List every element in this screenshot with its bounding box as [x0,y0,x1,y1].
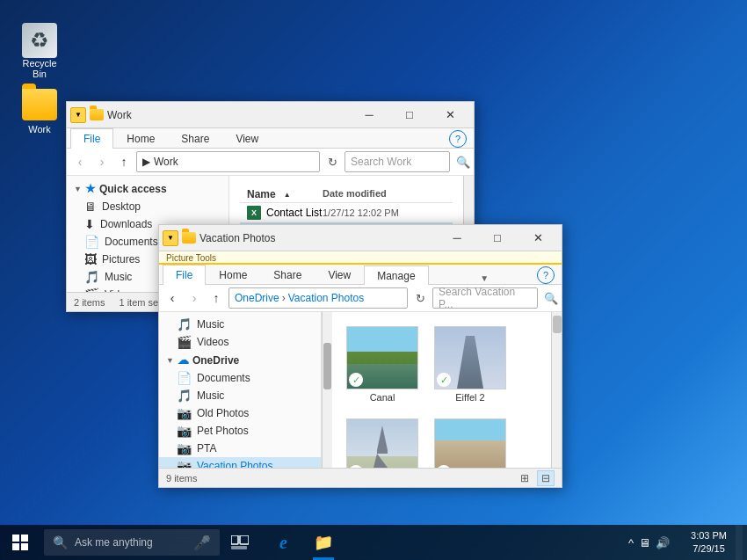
vacation-file-lozere[interactable]: ✓ Lozere [431,415,510,468]
vacation-tab-share[interactable]: Share [260,265,315,284]
work-sidebar-pictures-label: Pictures [102,253,140,265]
work-col-date[interactable]: Date modified [323,188,446,200]
work-address-bar[interactable]: ▶ Work [136,151,320,172]
taskbar-file-explorer[interactable]: 📁 [303,525,343,560]
work-address-crumb: Work [154,156,178,168]
vacation-sidebar-scrollbar[interactable] [322,312,332,468]
svg-rect-14 [231,546,247,549]
vacation-back-btn[interactable]: ‹ [163,288,182,308]
work-tab-home[interactable]: Home [113,128,168,148]
work-search-icon[interactable]: 🔍 [456,156,470,169]
vacation-qa-btn-1[interactable]: ▼ [163,230,178,246]
work-window-controls: ─ □ ✕ [349,102,470,128]
show-hidden-icon[interactable]: ^ [628,536,634,549]
music-icon: 🎵 [84,270,99,284]
vacation-view-list-btn[interactable]: ⊞ [516,470,533,486]
vacation-file-eiffel-tower[interactable]: ✓ Eiffel Tower [343,415,422,468]
vacation-sidebar-scroll-thumb [323,343,331,389]
work-quick-access: ▼ [70,107,86,123]
vacation-maximize-btn[interactable]: □ [477,225,518,251]
vacation-sidebar-music[interactable]: 🎵 Music [159,316,321,333]
vacation-tab-home[interactable]: Home [206,265,260,284]
file-explorer-icon: 📁 [314,533,333,552]
vacation-minimize-btn[interactable]: ─ [437,225,477,251]
music-icon-vac: 🎵 [177,317,192,331]
vacation-sidebar-pta[interactable]: 📷 PTA [159,440,321,457]
vacation-content-scrollbar[interactable] [551,312,562,468]
vacation-sidebar-documents[interactable]: 📄 Documents [159,369,321,387]
volume-icon[interactable]: 🔊 [656,536,670,549]
vacation-sidebar-videos[interactable]: 🎬 Videos [159,333,321,351]
work-forward-btn[interactable]: › [92,152,112,171]
work-tab-share[interactable]: Share [168,128,222,148]
work-qa-btn-1[interactable]: ▼ [70,107,86,123]
work-minimize-btn[interactable]: ─ [349,102,389,128]
work-sidebar-quickaccess-label: Quick access [99,183,167,195]
vacation-refresh-btn[interactable]: ↻ [410,288,430,308]
work-up-btn[interactable]: ↑ [114,152,134,171]
vacation-sidebar-onedrive-header[interactable]: ▼ ☁ OneDrive [159,351,321,369]
work-contact-list-date: 1/27/12 12:02 PM [323,207,446,218]
work-close-btn[interactable]: ✕ [430,102,470,128]
work-folder-icon[interactable]: Work [9,84,70,140]
vacation-sidebar-cloud-icon: ☁ [178,353,189,367]
vacation-sidebar-vacation-photos[interactable]: 📷 Vacation Photos [159,457,321,468]
work-file-list-header: Name ▲ Date modified [240,186,453,203]
vacation-file-content: ✓ Canal ✓ Eiffel 2 [332,312,551,468]
vacation-file-canal[interactable]: ✓ Canal [343,323,422,406]
vacation-close-btn[interactable]: ✕ [518,225,558,251]
vacation-search-text: Search Vacation P... [439,286,532,310]
vacation-forward-btn[interactable]: › [185,288,204,308]
vacation-sidebar-music-label: Music [197,318,224,331]
lozere-bg-image [435,419,505,468]
work-folder-image [22,89,57,120]
vacation-ribbon-arrow: ▼ [476,272,489,284]
start-button[interactable] [0,525,40,560]
vacation-ribbon-help[interactable]: ? [537,266,555,284]
vacation-sidebar-vacation-photos-label: Vacation Photos [197,460,273,468]
vacation-address-bar[interactable]: OneDrive › Vacation Photos [228,287,408,309]
vacation-up-btn[interactable]: ↑ [207,288,226,308]
work-sidebar-quickaccess-header[interactable]: ▼ ★ Quick access [67,179,228,198]
work-sidebar-documents-label: Documents [105,236,158,248]
svg-marker-0 [377,425,388,450]
work-status-items: 2 items [74,297,105,308]
network-icon[interactable]: 🖥 [639,536,650,549]
vacation-file-eiffel2[interactable]: ✓ Eiffel 2 [431,323,510,406]
work-contact-list-label: Contact List [266,207,322,219]
recycle-bin-icon[interactable]: Recycle Bin [9,18,70,84]
work-col-name[interactable]: Name ▲ [247,188,323,200]
vacation-sidebar-music2[interactable]: 🎵 Music [159,387,321,404]
vacation-photos-icon: 📷 [177,459,192,468]
svg-rect-12 [231,535,238,544]
vacation-search-icon[interactable]: 🔍 [544,292,558,305]
vacation-sidebar: 🎵 Music 🎬 Videos ▼ ☁ OneDrive 📄 Document… [159,312,322,468]
show-desktop-btn[interactable] [736,525,743,560]
work-ribbon-help[interactable]: ? [449,130,467,148]
svg-rect-9 [21,535,28,542]
work-maximize-btn[interactable]: □ [389,102,430,128]
eiffel2-check: ✓ [437,373,451,387]
vacation-sidebar-documents-label: Documents [197,372,250,384]
taskbar-search[interactable]: 🔍 Ask me anything 🎤 [44,529,220,556]
work-tab-file[interactable]: File [70,128,113,149]
vacation-sidebar-old-photos[interactable]: 📷 Old Photos [159,404,321,422]
vacation-view-large-btn[interactable]: ⊟ [537,470,555,486]
vacation-tab-file[interactable]: File [163,265,206,285]
vacation-tab-manage[interactable]: Manage [364,265,428,285]
work-refresh-btn[interactable]: ↻ [323,152,342,171]
work-back-btn[interactable]: ‹ [70,152,90,171]
work-sidebar-desktop[interactable]: 🖥 Desktop [67,198,228,215]
vacation-status-right: ⊞ ⊟ [516,470,555,486]
recycle-bin-label: Recycle Bin [14,58,65,79]
taskbar-task-view[interactable] [220,525,259,560]
work-search-box[interactable]: Search Work [344,151,450,172]
taskbar-clock[interactable]: 3:03 PM 7/29/15 [682,529,736,556]
taskbar-edge[interactable]: e [264,525,303,560]
vacation-tab-view[interactable]: View [315,265,364,284]
work-file-contact-list[interactable]: X Contact List 1/27/12 12:02 PM [240,203,453,222]
vacation-sidebar-pet-photos[interactable]: 📷 Pet Photos [159,422,321,440]
vacation-search-box[interactable]: Search Vacation P... [432,287,538,309]
work-tab-view[interactable]: View [222,128,272,148]
vacation-status-items: 9 items [166,473,197,484]
